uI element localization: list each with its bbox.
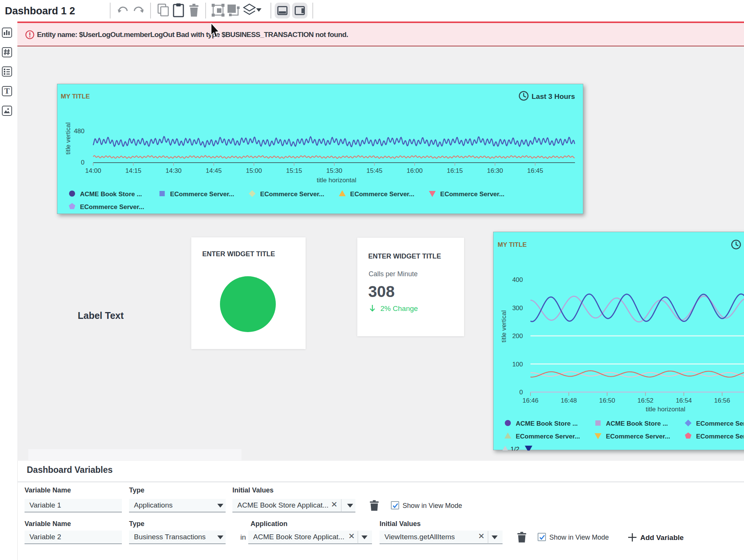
svg-text:ECommerce Server...: ECommerce Server...: [440, 191, 504, 198]
svg-text:16:56: 16:56: [714, 397, 730, 404]
svg-text:ECommerce Server...: ECommerce Server...: [516, 433, 580, 440]
svg-text:ACME Book Store ...: ACME Book Store ...: [516, 420, 578, 427]
svg-text:ECommerce Ser: ECommerce Ser: [696, 420, 744, 427]
svg-text:ECommerce Server...: ECommerce Server...: [80, 203, 144, 211]
svg-text:200: 200: [512, 332, 523, 340]
svg-text:16:48: 16:48: [561, 397, 577, 404]
svg-text:300: 300: [512, 305, 523, 312]
svg-text:ECommerce Server...: ECommerce Server...: [170, 191, 234, 198]
svg-text:16:15: 16:15: [447, 167, 463, 174]
svg-text:15:00: 15:00: [246, 167, 262, 174]
svg-text:16:46: 16:46: [523, 397, 539, 404]
svg-text:16:45: 16:45: [527, 167, 543, 174]
svg-text:100: 100: [512, 361, 523, 368]
svg-text:ACME Book Store ...: ACME Book Store ...: [80, 191, 142, 198]
svg-text:14:30: 14:30: [166, 167, 182, 174]
svg-text:16:50: 16:50: [599, 397, 615, 404]
svg-text:400: 400: [512, 276, 523, 283]
svg-text:16:52: 16:52: [638, 397, 654, 404]
svg-text:ECommerce Ser: ECommerce Ser: [696, 433, 744, 440]
svg-text:15:45: 15:45: [366, 167, 383, 174]
svg-text:title vertical: title vertical: [65, 122, 72, 154]
svg-text:ECommerce Server...: ECommerce Server...: [260, 191, 324, 198]
svg-text:0: 0: [81, 159, 85, 166]
svg-text:1/2: 1/2: [510, 446, 520, 451]
svg-text:ECommerce Server...: ECommerce Server...: [606, 433, 670, 440]
svg-text:15:15: 15:15: [286, 167, 302, 174]
svg-text:14:15: 14:15: [125, 167, 141, 174]
svg-text:ACME Book Store ...: ACME Book Store ...: [606, 420, 668, 427]
svg-text:14:45: 14:45: [206, 167, 222, 174]
svg-text:title horizontal: title horizontal: [317, 177, 357, 184]
svg-text:16:00: 16:00: [407, 167, 423, 174]
svg-text:15:30: 15:30: [326, 167, 343, 174]
svg-text:16:30: 16:30: [487, 167, 503, 174]
svg-text:title horizontal: title horizontal: [646, 406, 686, 413]
svg-text:14:00: 14:00: [85, 167, 101, 174]
svg-text:ECommerce Server...: ECommerce Server...: [350, 191, 414, 198]
svg-text:16:54: 16:54: [676, 397, 692, 404]
svg-text:480: 480: [74, 128, 85, 135]
svg-text:0: 0: [520, 389, 523, 396]
svg-text:title vertical: title vertical: [500, 310, 507, 342]
